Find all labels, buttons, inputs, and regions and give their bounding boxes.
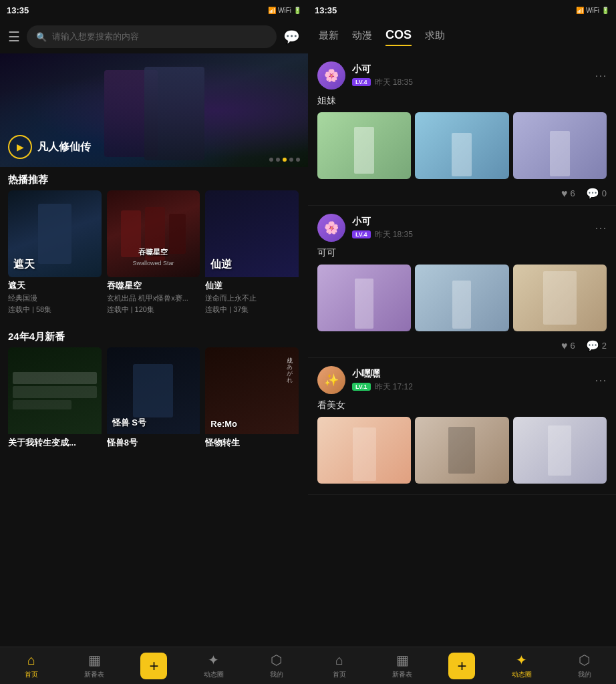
card-tunshi-title: 吞噬星空 — [107, 280, 200, 292]
time-right: 13:35 — [315, 5, 337, 15]
like-count-1: 6 — [571, 188, 575, 198]
post-img-2-3[interactable] — [513, 265, 607, 331]
post-img-2-2[interactable] — [415, 265, 508, 331]
tab-anime[interactable]: 动漫 — [352, 29, 372, 45]
nav-home-label-left: 首页 — [25, 670, 38, 679]
hamburger-icon[interactable]: ☰ — [8, 29, 20, 45]
dot-2 — [276, 158, 280, 162]
post-username-3: 小嘿嘿 — [352, 368, 595, 380]
nav-home-left[interactable]: ⌂ 首页 — [15, 653, 48, 679]
card-zhuansheng[interactable]: 关于我转生变成... — [8, 347, 102, 452]
card-tunshi-img: 吞噬星空 Swallowed Star — [107, 190, 200, 277]
nav-circle-label-right: 动态圈 — [512, 670, 532, 679]
like-btn-2[interactable]: ♥ 6 — [561, 340, 575, 352]
mine-icon-left: ⬡ — [271, 652, 282, 668]
search-placeholder: 请输入想要搜索的内容 — [52, 31, 139, 43]
avatar-2: 🌸 — [317, 214, 345, 242]
post-user-info-2: 小可 LV.4 昨天 18:35 — [352, 216, 595, 240]
card-guitian-info: 遮天 经典国漫 连载中 | 58集 — [8, 277, 102, 317]
card-zhuansheng-img — [8, 347, 102, 434]
nav-schedule-label-left: 新番表 — [84, 670, 104, 679]
banner[interactable]: ▶ 凡人修仙传 — [0, 53, 308, 167]
battery-icon-right: 🔋 — [601, 7, 609, 14]
post-meta-2: LV.4 昨天 18:35 — [352, 229, 595, 240]
comment-count-2: 2 — [602, 341, 607, 351]
top-nav-left: ☰ 🔍 请输入想要搜索的内容 💬 — [0, 20, 308, 53]
post-actions-2: ♥ 6 💬 2 — [317, 337, 607, 352]
nav-mine-right[interactable]: ⬡ 我的 — [568, 652, 601, 679]
card-monster[interactable]: 怪兽 S号 怪兽8号 — [107, 347, 200, 452]
comment-icon-2: 💬 — [586, 339, 599, 352]
level-badge-2: LV.4 — [352, 230, 371, 238]
circle-icon-left: ✦ — [208, 652, 219, 668]
left-content: ▶ 凡人修仙传 热播推荐 遮天 — [0, 53, 308, 647]
search-bar[interactable]: 🔍 请输入想要搜索的内容 — [27, 25, 277, 48]
left-panel: 13:35 📶 WiFi 🔋 ☰ 🔍 请输入想要搜索的内容 💬 ▶ — [0, 0, 308, 684]
post-img-2-1[interactable] — [317, 265, 411, 331]
dot-4 — [289, 158, 293, 162]
post-img-3-3[interactable] — [513, 417, 607, 484]
post-text-3: 看美女 — [317, 399, 607, 411]
card-tunshi-sub2: 连载中 | 120集 — [107, 305, 200, 315]
post-img-3-2[interactable] — [415, 417, 508, 484]
post-meta-3: LV.1 昨天 17:12 — [352, 381, 595, 393]
comment-btn-2[interactable]: 💬 2 — [586, 339, 607, 352]
nav-circle-right[interactable]: ✦ 动态圈 — [505, 652, 538, 679]
wifi-icon-right: WiFi — [586, 7, 599, 14]
card-xianyi-sub2: 连载中 | 37集 — [205, 305, 299, 315]
card-guitian-sub1: 经典国漫 — [8, 293, 102, 303]
message-icon[interactable]: 💬 — [283, 29, 300, 45]
card-guitian[interactable]: 遮天 遮天 经典国漫 连载中 | 58集 — [8, 190, 102, 317]
status-icons-right: 📶 WiFi 🔋 — [576, 7, 609, 14]
nav-circle-label-left: 动态圈 — [204, 670, 224, 679]
status-bar-left: 13:35 📶 WiFi 🔋 — [0, 0, 308, 20]
card-tunshi-info: 吞噬星空 玄机出品 机甲x怪兽x赛... 连载中 | 120集 — [107, 277, 200, 317]
card-guitian-label: 遮天 — [13, 258, 35, 272]
nav-mine-left[interactable]: ⬡ 我的 — [260, 652, 293, 679]
nav-schedule-label-right: 新番表 — [392, 670, 412, 679]
nav-schedule-right[interactable]: ▦ 新番表 — [386, 652, 419, 679]
banner-title: 凡人修仙传 — [37, 140, 91, 154]
nav-plus-left[interactable]: + — [140, 653, 167, 679]
home-icon-left: ⌂ — [27, 653, 35, 668]
more-icon-2[interactable]: ⋯ — [595, 220, 607, 235]
nav-plus-right[interactable]: + — [448, 653, 475, 679]
more-icon-1[interactable]: ⋯ — [595, 68, 607, 83]
post-card-1: 🌸 小可 LV.4 昨天 18:35 ⋯ 姐妹 — [308, 53, 616, 206]
tab-latest[interactable]: 最新 — [319, 29, 339, 45]
nav-circle-left[interactable]: ✦ 动态圈 — [197, 652, 230, 679]
banner-dots — [269, 158, 300, 162]
post-username-2: 小可 — [352, 216, 595, 228]
card-zhuansheng-title: 关于我转生变成... — [8, 437, 102, 449]
post-images-3 — [317, 417, 607, 484]
circle-icon-right: ✦ — [516, 652, 527, 668]
heart-icon-2: ♥ — [561, 340, 568, 352]
more-icon-3[interactable]: ⋯ — [595, 373, 607, 387]
card-remo[interactable]: 成りあがれ Re:Mo 怪物转生 — [205, 347, 299, 452]
tab-help[interactable]: 求助 — [425, 29, 445, 45]
card-remo-title: 怪物转生 — [205, 437, 299, 449]
post-user-info-3: 小嘿嘿 LV.1 昨天 17:12 — [352, 368, 595, 393]
post-img-3-1[interactable] — [317, 417, 411, 484]
post-user-info-1: 小可 LV.4 昨天 18:35 — [352, 63, 595, 88]
plus-icon-right: + — [457, 657, 466, 675]
section-new-title: 24年4月新番 — [0, 324, 308, 347]
post-img-1-1[interactable] — [317, 112, 411, 179]
nav-schedule-left[interactable]: ▦ 新番表 — [78, 652, 111, 679]
bottom-nav-right: ⌂ 首页 ▦ 新番表 + ✦ 动态圈 ⬡ 我的 — [308, 647, 616, 684]
like-btn-1[interactable]: ♥ 6 — [561, 188, 575, 200]
banner-play-button[interactable]: ▶ — [8, 135, 32, 159]
comment-btn-1[interactable]: 💬 0 — [586, 187, 607, 200]
comment-count-1: 0 — [602, 188, 607, 198]
post-meta-1: LV.4 昨天 18:35 — [352, 77, 595, 88]
plus-icon-left: + — [149, 657, 158, 675]
post-img-1-3[interactable] — [513, 112, 607, 179]
tab-cos[interactable]: COS — [386, 28, 412, 46]
post-img-1-2[interactable] — [415, 112, 508, 179]
card-xianyi[interactable]: 仙逆 仙逆 逆命而上永不止 连载中 | 37集 — [205, 190, 299, 317]
card-tunshi[interactable]: 吞噬星空 Swallowed Star 吞噬星空 玄机出品 机甲x怪兽x赛...… — [107, 190, 200, 317]
dot-1 — [269, 158, 273, 162]
card-zhuansheng-info: 关于我转生变成... — [8, 434, 102, 452]
post-card-2: 🌸 小可 LV.4 昨天 18:35 ⋯ 可可 — [308, 206, 616, 358]
nav-home-right[interactable]: ⌂ 首页 — [323, 653, 356, 679]
